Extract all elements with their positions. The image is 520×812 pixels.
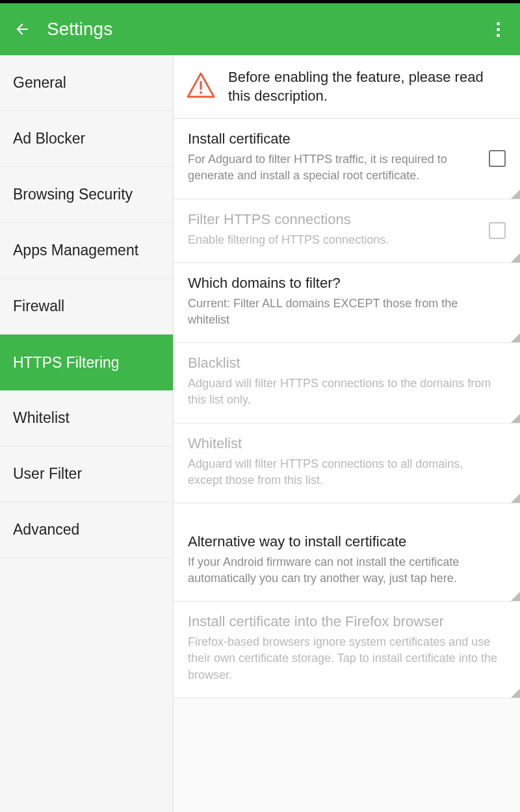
setting-row: WhitelistAdguard will filter HTTPS conne…	[174, 424, 520, 503]
setting-row[interactable]: Alternative way to install certificateIf…	[174, 503, 520, 602]
sidebar-item-label: Apps Management	[13, 242, 138, 259]
page-title: Settings	[47, 19, 489, 40]
setting-title: Alternative way to install certificate	[188, 533, 500, 550]
setting-description: Enable filtering of HTTPS connections.	[188, 232, 468, 248]
sidebar-item-label: General	[13, 74, 66, 92]
svg-point-1	[200, 91, 202, 94]
setting-description: If your Android firmware can not install…	[188, 554, 500, 587]
sidebar-item-label: Firewall	[13, 298, 64, 315]
sidebar-item-label: Advanced	[13, 521, 79, 539]
setting-title: Which domains to filter?	[188, 275, 500, 292]
sidebar-item-whitelist[interactable]: Whitelist	[0, 390, 173, 446]
sidebar-item-label: Browsing Security	[13, 186, 133, 203]
sidebar-item-general[interactable]: General	[0, 55, 173, 111]
content-pane: Before enabling the feature, please read…	[174, 55, 520, 812]
setting-description: Current: Filter ALL domains EXCEPT those…	[188, 296, 500, 328]
overflow-menu-button[interactable]	[489, 22, 507, 37]
sidebar-item-ad-blocker[interactable]: Ad Blocker	[0, 111, 173, 167]
sidebar-item-browsing-security[interactable]: Browsing Security	[0, 167, 173, 223]
app-bar: Settings	[0, 3, 520, 55]
checkbox[interactable]	[489, 150, 506, 167]
sidebar-item-https-filtering[interactable]: HTTPS Filtering	[0, 335, 173, 390]
setting-title: Whitelist	[188, 435, 500, 452]
sidebar-item-advanced[interactable]: Advanced	[0, 502, 173, 558]
sidebar: GeneralAd BlockerBrowsing SecurityApps M…	[0, 55, 174, 812]
setting-title: Filter HTTPS connections	[188, 211, 468, 228]
sidebar-item-label: Whitelist	[13, 409, 70, 427]
setting-row[interactable]: Which domains to filter?Current: Filter …	[174, 263, 520, 343]
warning-text: Before enabling the feature, please read…	[228, 68, 506, 105]
sidebar-item-apps-management[interactable]: Apps Management	[0, 223, 173, 279]
setting-description: Adguard will filter HTTPS connections to…	[188, 375, 500, 408]
sidebar-item-user-filter[interactable]: User Filter	[0, 446, 173, 502]
sidebar-item-label: User Filter	[13, 465, 82, 483]
setting-row[interactable]: Install certificateFor Adguard to filter…	[174, 119, 520, 199]
checkbox	[489, 222, 506, 239]
main-layout: GeneralAd BlockerBrowsing SecurityApps M…	[0, 55, 520, 812]
back-button[interactable]	[13, 20, 31, 38]
kebab-dot-icon	[497, 34, 500, 37]
kebab-dot-icon	[497, 22, 500, 25]
arrow-left-icon	[14, 21, 31, 38]
sidebar-item-label: HTTPS Filtering	[13, 354, 120, 372]
settings-list: Install certificateFor Adguard to filter…	[174, 119, 520, 698]
setting-title: Install certificate	[188, 131, 468, 147]
setting-title: Blacklist	[188, 355, 500, 372]
setting-description: For Adguard to filter HTTPS traffic, it …	[188, 151, 468, 184]
setting-description: Adguard will filter HTTPS connections to…	[188, 456, 500, 488]
sidebar-item-firewall[interactable]: Firewall	[0, 279, 173, 335]
setting-row: BlacklistAdguard will filter HTTPS conne…	[174, 343, 520, 423]
setting-row: Filter HTTPS connectionsEnable filtering…	[174, 199, 520, 263]
setting-description: Firefox-based browsers ignore system cer…	[188, 634, 500, 683]
setting-title: Install certificate into the Firefox bro…	[188, 613, 500, 630]
kebab-dot-icon	[497, 28, 500, 31]
setting-row: Install certificate into the Firefox bro…	[174, 602, 520, 698]
sidebar-item-label: Ad Blocker	[13, 130, 85, 147]
warning-banner[interactable]: Before enabling the feature, please read…	[174, 55, 520, 119]
warning-icon	[185, 70, 216, 104]
